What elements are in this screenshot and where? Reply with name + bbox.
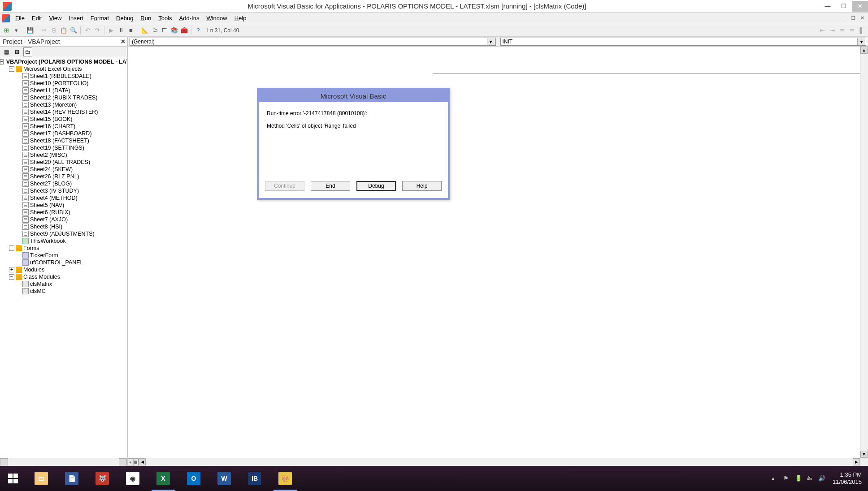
taskbar-ib[interactable]: IB <box>239 466 270 491</box>
menu-edit[interactable]: Edit <box>28 14 45 22</box>
menu-insert[interactable]: Insert <box>65 14 87 22</box>
view-object-button[interactable]: ⊞ <box>13 47 22 56</box>
taskbar-app-red[interactable]: 🐺 <box>87 466 117 491</box>
tree-item-sheet[interactable]: Sheet2 (MISC) <box>0 151 127 159</box>
taskbar-chrome[interactable]: ◉ <box>117 466 148 491</box>
dialog-help-button[interactable]: Help <box>402 181 442 191</box>
outdent-button[interactable]: ⇤ <box>818 26 827 35</box>
break-button[interactable]: ⏸ <box>117 26 126 35</box>
tray-flag-icon[interactable]: ⚑ <box>783 475 790 482</box>
taskbar-notepad[interactable]: 📄 <box>56 466 87 491</box>
tray-battery-icon[interactable]: 🔋 <box>795 475 802 482</box>
taskbar-outlook[interactable]: O <box>178 466 209 491</box>
procedure-dropdown[interactable]: INIT <box>500 38 867 46</box>
menu-debug[interactable]: Debug <box>113 14 137 22</box>
scroll-left-icon[interactable]: ◀ <box>139 458 146 465</box>
menu-run[interactable]: Run <box>137 14 155 22</box>
full-module-view-button[interactable]: ▤ <box>133 458 139 465</box>
tree-item-sheet[interactable]: Sheet5 (NAV) <box>0 202 127 209</box>
cut-button[interactable]: ✂ <box>39 26 48 35</box>
redo-button[interactable]: ↷ <box>93 26 102 35</box>
scroll-right-icon[interactable]: ▶ <box>853 458 860 465</box>
tree-folder-class-modules[interactable]: − Class Modules <box>0 273 127 280</box>
view-code-button[interactable]: ▤ <box>2 47 11 56</box>
taskbar-excel[interactable]: X <box>148 466 178 491</box>
maximize-button[interactable]: ☐ <box>836 1 852 12</box>
menu-format[interactable]: Format <box>87 14 113 22</box>
code-h-scrollbar[interactable]: ≡ ▤ ◀ ▶ <box>128 458 860 466</box>
menu-view[interactable]: View <box>45 14 65 22</box>
debug-button[interactable]: Debug <box>356 181 396 191</box>
help-button[interactable]: ? <box>194 26 203 35</box>
menu-tools[interactable]: Tools <box>155 14 175 22</box>
run-button[interactable]: ▶ <box>107 26 116 35</box>
design-mode-button[interactable]: 📐 <box>140 26 149 35</box>
tray-network-icon[interactable]: 🖧 <box>807 475 814 482</box>
project-close-button[interactable]: × <box>121 38 125 46</box>
paste-button[interactable]: 📋 <box>59 26 68 35</box>
tree-item-sheet[interactable]: Sheet19 (SETTINGS) <box>0 144 127 151</box>
uncomment-block-button[interactable]: ≣ <box>847 26 856 35</box>
view-excel-button[interactable]: ⊞ <box>2 26 11 35</box>
comment-block-button[interactable]: ≣ <box>838 26 846 35</box>
tree-item-sheet[interactable]: Sheet24 (SKEW) <box>0 166 127 173</box>
tree-item-sheet[interactable]: Sheet4 (METHOD) <box>0 194 127 202</box>
tray-clock[interactable]: 1:35 PM 11/06/2015 <box>830 471 864 485</box>
mdi-close-button[interactable]: ✕ <box>858 15 866 22</box>
project-h-scrollbar[interactable] <box>0 458 127 466</box>
tree-item-form[interactable]: ufCONTROL_PANEL <box>0 259 127 266</box>
tray-up-icon[interactable]: ▴ <box>772 475 779 482</box>
tree-item-sheet[interactable]: Sheet26 (RLZ PNL) <box>0 173 127 180</box>
menu-file[interactable]: File <box>12 14 28 22</box>
copy-button[interactable]: ⎘ <box>49 26 58 35</box>
procedure-view-button[interactable]: ≡ <box>128 458 133 465</box>
scroll-down-icon[interactable]: ▼ <box>860 451 868 458</box>
tree-item-sheet[interactable]: Sheet1 (RIBBLESDALE) <box>0 73 127 80</box>
tree-item-thisworkbook[interactable]: ThisWorkbook <box>0 237 127 245</box>
tree-item-class[interactable]: clsMatrix <box>0 280 127 288</box>
tree-item-sheet[interactable]: Sheet14 (REV REGISTER) <box>0 108 127 116</box>
code-editor[interactable]: ▲ ▼ ≡ ▤ ◀ ▶ Microsoft Visual Basic Run-t… <box>128 47 868 466</box>
menu-addins[interactable]: Add-Ins <box>176 14 203 22</box>
insert-module-button[interactable]: ▾ <box>12 26 21 35</box>
tree-item-sheet[interactable]: Sheet13 (Moreton) <box>0 101 127 108</box>
end-button[interactable]: End <box>311 181 350 191</box>
indent-button[interactable]: ⇥ <box>828 26 837 35</box>
tree-item-sheet[interactable]: Sheet15 (BOOK) <box>0 116 127 123</box>
tree-folder-modules[interactable]: + Modules <box>0 266 127 273</box>
properties-button[interactable]: 🗔 <box>160 26 169 35</box>
close-button[interactable]: ✕ <box>852 1 868 12</box>
taskbar-word[interactable]: W <box>209 466 239 491</box>
tree-item-sheet[interactable]: Sheet7 (AXJO) <box>0 216 127 223</box>
mdi-restore-button[interactable]: ❐ <box>849 15 857 22</box>
tray-volume-icon[interactable]: 🔊 <box>818 475 825 482</box>
project-explorer-button[interactable]: 🗂 <box>150 26 159 35</box>
tree-item-sheet[interactable]: Sheet18 (FACTSHEET) <box>0 137 127 144</box>
tree-item-sheet[interactable]: Sheet8 (HSI) <box>0 223 127 230</box>
tree-root[interactable]: − VBAProject (POLARIS OPTIONS MODEL - LA… <box>0 58 127 65</box>
tree-item-sheet[interactable]: Sheet16 (CHART) <box>0 123 127 130</box>
tree-item-sheet[interactable]: Sheet9 (ADJUSTMENTS) <box>0 230 127 237</box>
tree-item-sheet[interactable]: Sheet20 (ALL TRADES) <box>0 159 127 166</box>
mdi-minimize-button[interactable]: – <box>840 15 848 22</box>
code-v-scrollbar[interactable]: ▲ ▼ <box>860 47 868 458</box>
scroll-up-icon[interactable]: ▲ <box>860 47 868 54</box>
toggle-folders-button[interactable]: 🗀 <box>23 47 32 56</box>
bookmark-button[interactable]: ▌ <box>857 26 866 35</box>
tree-item-sheet[interactable]: Sheet17 (DASHBOARD) <box>0 130 127 137</box>
start-button[interactable] <box>0 466 26 491</box>
tree-item-sheet[interactable]: Sheet6 (RUBIX) <box>0 209 127 216</box>
tree-item-sheet[interactable]: Sheet12 (RUBIX TRADES) <box>0 94 127 101</box>
taskbar-file-explorer[interactable]: 🗀 <box>26 466 56 491</box>
find-button[interactable]: 🔍 <box>69 26 78 35</box>
tree-item-sheet[interactable]: Sheet3 (IV STUDY) <box>0 187 127 194</box>
object-dropdown[interactable]: (General) <box>130 38 496 46</box>
object-browser-button[interactable]: 📚 <box>170 26 179 35</box>
menu-window[interactable]: Window <box>203 14 230 22</box>
tree-item-form[interactable]: TickerForm <box>0 252 127 259</box>
tree-item-sheet[interactable]: Sheet27 (BLOG) <box>0 180 127 187</box>
menu-help[interactable]: Help <box>231 14 250 22</box>
taskbar-paint[interactable]: 🎨 <box>270 466 300 491</box>
undo-button[interactable]: ↶ <box>83 26 92 35</box>
toolbox-button[interactable]: 🧰 <box>180 26 189 35</box>
